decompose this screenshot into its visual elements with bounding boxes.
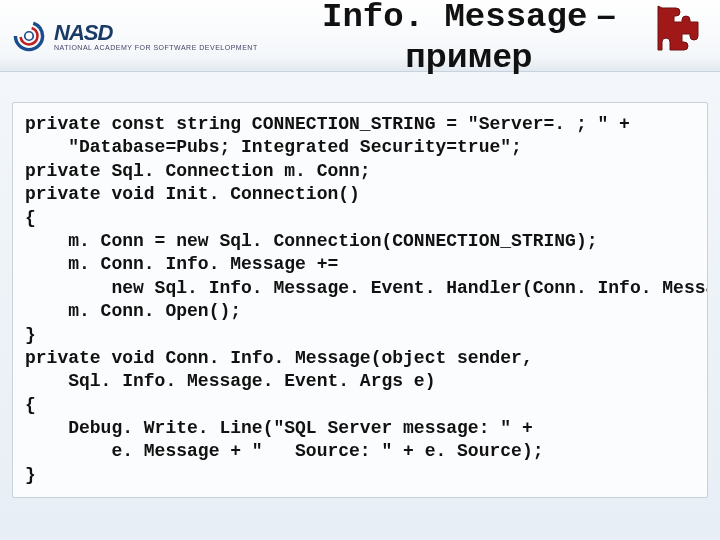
svg-point-2 bbox=[25, 31, 34, 40]
logo-subtitle: NATIONAL ACADEMY FOR SOFTWARE DEVELOPMEN… bbox=[54, 44, 258, 51]
slide-title: Info. Message – пример bbox=[322, 0, 616, 77]
logo-swirl-icon bbox=[12, 19, 46, 53]
title-code: Info. Message bbox=[322, 0, 587, 36]
slide-header: NASD NATIONAL ACADEMY FOR SOFTWARE DEVEL… bbox=[0, 0, 720, 72]
logo: NASD NATIONAL ACADEMY FOR SOFTWARE DEVEL… bbox=[12, 19, 258, 53]
svg-point-1 bbox=[21, 27, 38, 44]
logo-text: NASD NATIONAL ACADEMY FOR SOFTWARE DEVEL… bbox=[54, 20, 258, 51]
code-block: private const string CONNECTION_STRING =… bbox=[12, 102, 708, 498]
title-dash: – bbox=[587, 0, 615, 33]
puzzle-icon bbox=[654, 4, 702, 52]
logo-name: NASD bbox=[54, 20, 258, 46]
title-wrap: Info. Message – пример bbox=[258, 0, 720, 77]
title-ru: пример bbox=[405, 36, 532, 74]
